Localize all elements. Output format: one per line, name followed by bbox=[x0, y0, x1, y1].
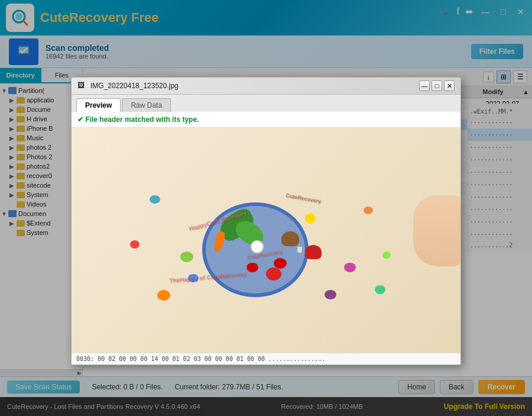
modal-dialog: 🖼 IMG_20220418_123520.jpg — □ ✕ Preview … bbox=[71, 77, 461, 365]
modal-status-text: File header matched with its type. bbox=[85, 115, 199, 124]
tab-preview[interactable]: Preview bbox=[76, 98, 121, 112]
modal-status: File header matched with its type. bbox=[72, 112, 460, 128]
modal-tabs: Preview Raw Data bbox=[72, 95, 460, 112]
tab-raw-data[interactable]: Raw Data bbox=[122, 98, 171, 112]
modal-minimize-button[interactable]: — bbox=[419, 80, 430, 91]
modal-hex-bar: 0030: 00 02 00 00 00 14 00 01 02 03 00 0… bbox=[72, 353, 460, 365]
modal-maximize-button[interactable]: □ bbox=[432, 80, 442, 91]
modal-image-area: HappyCute Recovery CuteRecovery CuteReco… bbox=[72, 128, 460, 353]
modal-overlay: 🖼 IMG_20220418_123520.jpg — □ ✕ Preview … bbox=[0, 0, 532, 416]
modal-title: IMG_20220418_123520.jpg bbox=[90, 82, 417, 90]
modal-titlebar: 🖼 IMG_20220418_123520.jpg — □ ✕ bbox=[72, 78, 460, 95]
modal-close-button[interactable]: ✕ bbox=[444, 80, 455, 91]
modal-file-icon: 🖼 bbox=[77, 81, 87, 91]
